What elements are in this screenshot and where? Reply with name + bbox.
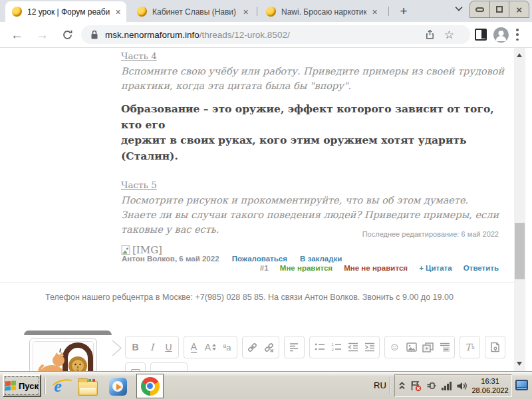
minimize-button[interactable]: [470, 1, 489, 17]
remove-formatting-button[interactable]: Tx: [462, 337, 478, 357]
remove-format-group: Tx: [460, 336, 480, 358]
browser-toolbar: ← → msk.nenormaforum.info/threads/12-uro…: [0, 22, 532, 48]
scroll-up-icon[interactable]: [517, 53, 522, 57]
remove-link-icon[interactable]: [261, 337, 277, 357]
insert-image-icon[interactable]: [403, 337, 420, 357]
stalin-quote: Образование – это оружие, эффект которог…: [121, 101, 505, 164]
bookmark-star-icon[interactable]: ☆: [444, 28, 454, 42]
underline-button[interactable]: U: [160, 337, 177, 357]
bold-button[interactable]: B: [127, 337, 144, 357]
part4-text: Вспомните свою учёбу или работу. Приведи…: [121, 64, 505, 93]
site-favicon: [137, 7, 147, 17]
quicklaunch-divider: [45, 377, 46, 394]
media-player-icon[interactable]: [108, 376, 128, 396]
start-button[interactable]: Пуск: [3, 374, 41, 397]
profile-avatar[interactable]: [493, 27, 509, 43]
tab-nawi[interactable]: Nawi. Бросаю наркотики ×: [259, 1, 383, 22]
insert-quote-icon[interactable]: [436, 337, 453, 357]
insert-link-icon[interactable]: [244, 337, 261, 357]
site-favicon: [12, 7, 22, 17]
part5-heading: Часть 5: [121, 180, 157, 190]
forward-button: →: [33, 26, 51, 44]
clock[interactable]: 16:31 28.06.2022: [472, 376, 510, 395]
tab-close-icon[interactable]: ×: [112, 6, 124, 17]
report-link[interactable]: Пожаловаться: [232, 255, 287, 263]
network-signal-icon[interactable]: [442, 381, 452, 390]
tab-forum-lesson[interactable]: 12 урок | Форум реабили ×: [5, 1, 126, 22]
dislike-link[interactable]: Мне не нравится: [344, 264, 408, 272]
scrollbar-thumb[interactable]: [515, 223, 525, 279]
tab-cabinet[interactable]: Кабинет Славы (Нави) | С ×: [130, 1, 254, 22]
restore-icon: [496, 6, 503, 13]
signature-text: Телефон нашего ребцентра в Москве: +7(98…: [45, 293, 454, 302]
svg-text:2: 2: [331, 348, 334, 352]
alignment-icon[interactable]: [286, 337, 303, 357]
file-explorer-icon[interactable]: [78, 376, 98, 396]
tab-title: Nawi. Бросаю наркотики: [281, 7, 366, 17]
text-color-button[interactable]: A: [191, 342, 197, 353]
url-path: /threads/12-urok.8502/: [200, 30, 290, 40]
numbered-list-icon[interactable]: 12: [328, 337, 344, 357]
align-group: [284, 336, 305, 358]
tab-title: 12 урок | Форум реабили: [27, 7, 110, 17]
power-plug-icon[interactable]: [426, 380, 437, 391]
italic-button[interactable]: I: [144, 337, 160, 357]
forum-page: Часть 4 Вспомните свою учёбу или работу.…: [0, 48, 532, 371]
lock-icon: [90, 30, 98, 40]
tab-search-chevron-icon[interactable]: [455, 6, 463, 11]
restore-button[interactable]: [489, 1, 509, 17]
part4-heading: Часть 4: [121, 51, 157, 61]
tab-separator: [257, 7, 257, 16]
editor-avatar-topbar: [24, 331, 112, 335]
browser-menu-icon[interactable]: [516, 29, 519, 41]
font-size-button[interactable]: A: [202, 337, 219, 357]
scroll-down-icon[interactable]: [517, 362, 522, 366]
bookmark-link[interactable]: В закладки: [300, 255, 342, 263]
tab-strip: 12 урок | Форум реабили × Кабинет Славы …: [0, 0, 532, 22]
font-family-button[interactable]: ªa: [219, 337, 235, 357]
share-icon[interactable]: [425, 29, 435, 40]
insert-media-icon[interactable]: [420, 337, 436, 357]
like-link[interactable]: Мне нравится: [280, 264, 332, 272]
start-label: Пуск: [19, 381, 39, 391]
close-icon: ×: [516, 5, 522, 15]
smiley-icon[interactable]: ☺: [386, 337, 403, 357]
volume-icon[interactable]: [456, 381, 467, 391]
reload-button[interactable]: [59, 26, 76, 44]
post-meta-row: Антон Волков, 6 май 2022 Пожаловаться В …: [122, 255, 342, 263]
reply-link[interactable]: Ответить: [464, 264, 499, 272]
tab-title: Кабинет Славы (Нави) | С: [152, 7, 237, 17]
back-button[interactable]: ←: [8, 26, 26, 44]
quote-link[interactable]: + Цитата: [419, 264, 452, 272]
action-center-flag-icon[interactable]: [410, 380, 422, 392]
side-panel-icon[interactable]: [475, 29, 487, 41]
drafts-group: [485, 336, 505, 358]
tab-close-icon[interactable]: ×: [240, 6, 251, 17]
font-group: A A ªa: [184, 336, 237, 358]
language-indicator[interactable]: RU: [374, 380, 386, 390]
tray-collapse-chevron-icon[interactable]: [398, 381, 406, 390]
draft-tools-icon[interactable]: [487, 337, 503, 357]
post-body: Часть 4 Вспомните свою учёбу или работу.…: [121, 49, 505, 256]
media-group: ☺: [384, 336, 455, 358]
link-group: [242, 336, 279, 358]
close-button[interactable]: ×: [509, 1, 529, 17]
chrome-taskbar-button[interactable]: [136, 374, 164, 398]
tab-close-icon[interactable]: ×: [369, 6, 380, 17]
speech-bubble-pointer: [111, 339, 123, 358]
post-divider: [0, 282, 514, 283]
omnibox-actions: ☆: [425, 25, 454, 44]
indent-icon[interactable]: [361, 337, 378, 357]
editor-toolbar: B I U A A ªa 12: [125, 336, 505, 358]
new-tab-button[interactable]: +: [396, 3, 412, 19]
minimize-icon: [475, 7, 484, 12]
address-bar[interactable]: msk.nenormaforum.info/threads/12-urok.85…: [81, 25, 470, 44]
outdent-icon[interactable]: [344, 337, 361, 357]
taskbar: Пуск e RU 16:31 28.06.2022: [0, 371, 532, 399]
post-number[interactable]: #1: [260, 264, 269, 272]
bullet-list-icon[interactable]: [311, 337, 328, 357]
page-scrollbar[interactable]: [514, 48, 525, 371]
internet-explorer-icon[interactable]: e: [48, 376, 68, 396]
show-desktop-icon[interactable]: [515, 380, 528, 390]
system-tray: 16:31 28.06.2022: [394, 374, 512, 397]
